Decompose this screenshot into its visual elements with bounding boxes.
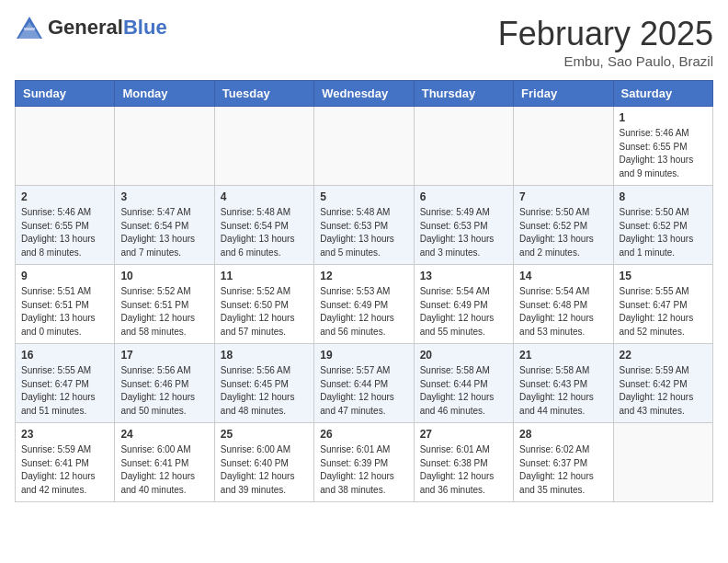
day-number: 22 (620, 349, 707, 362)
calendar-cell (214, 107, 313, 186)
day-number: 6 (420, 190, 507, 203)
day-header-sunday: Sunday (16, 81, 115, 107)
day-info: Sunrise: 5:52 AM Sunset: 6:50 PM Dayligh… (221, 285, 308, 339)
day-info: Sunrise: 5:58 AM Sunset: 6:43 PM Dayligh… (519, 364, 607, 418)
day-info: Sunrise: 5:52 AM Sunset: 6:51 PM Dayligh… (120, 285, 208, 339)
day-header-monday: Monday (115, 81, 214, 107)
day-info: Sunrise: 5:48 AM Sunset: 6:54 PM Dayligh… (221, 206, 308, 259)
day-info: Sunrise: 5:56 AM Sunset: 6:45 PM Dayligh… (221, 364, 308, 418)
day-number: 1 (620, 111, 707, 124)
calendar-cell: 18Sunrise: 5:56 AM Sunset: 6:45 PM Dayli… (214, 344, 313, 423)
calendar-cell: 24Sunrise: 6:00 AM Sunset: 6:41 PM Dayli… (115, 423, 214, 502)
day-number: 13 (420, 270, 507, 282)
day-number: 15 (620, 270, 707, 282)
calendar-cell (613, 423, 712, 502)
calendar-cell: 20Sunrise: 5:58 AM Sunset: 6:44 PM Dayli… (414, 344, 513, 423)
day-number: 26 (320, 428, 407, 441)
day-number: 16 (21, 349, 108, 362)
day-number: 4 (221, 190, 308, 203)
day-info: Sunrise: 6:00 AM Sunset: 6:41 PM Dayligh… (120, 443, 208, 497)
calendar-cell (16, 107, 115, 186)
logo-text: GeneralBlue (48, 16, 167, 40)
day-info: Sunrise: 5:54 AM Sunset: 6:48 PM Dayligh… (519, 285, 607, 339)
day-header-tuesday: Tuesday (214, 81, 313, 107)
week-row-2: 2Sunrise: 5:46 AM Sunset: 6:55 PM Daylig… (16, 186, 713, 265)
week-row-4: 16Sunrise: 5:55 AM Sunset: 6:47 PM Dayli… (16, 344, 713, 423)
day-header-friday: Friday (514, 81, 613, 107)
day-number: 23 (21, 428, 108, 441)
day-info: Sunrise: 5:56 AM Sunset: 6:46 PM Dayligh… (120, 364, 208, 418)
day-info: Sunrise: 5:59 AM Sunset: 6:41 PM Dayligh… (21, 443, 108, 497)
calendar-cell (115, 107, 214, 186)
calendar-cell: 15Sunrise: 5:55 AM Sunset: 6:47 PM Dayli… (613, 265, 712, 344)
calendar-cell: 28Sunrise: 6:02 AM Sunset: 6:37 PM Dayli… (514, 423, 613, 502)
day-number: 10 (120, 270, 208, 282)
day-number: 8 (620, 190, 707, 203)
calendar-cell: 7Sunrise: 5:50 AM Sunset: 6:52 PM Daylig… (514, 186, 613, 265)
calendar-cell: 13Sunrise: 5:54 AM Sunset: 6:49 PM Dayli… (414, 265, 513, 344)
day-number: 5 (320, 190, 407, 203)
calendar-cell: 3Sunrise: 5:47 AM Sunset: 6:54 PM Daylig… (115, 186, 214, 265)
calendar-cell: 8Sunrise: 5:50 AM Sunset: 6:52 PM Daylig… (613, 186, 712, 265)
day-info: Sunrise: 5:46 AM Sunset: 6:55 PM Dayligh… (21, 206, 108, 259)
day-info: Sunrise: 5:48 AM Sunset: 6:53 PM Dayligh… (320, 206, 407, 259)
calendar-cell: 2Sunrise: 5:46 AM Sunset: 6:55 PM Daylig… (16, 186, 115, 265)
day-info: Sunrise: 6:00 AM Sunset: 6:40 PM Dayligh… (221, 443, 308, 497)
day-number: 7 (519, 190, 607, 203)
day-header-saturday: Saturday (613, 81, 712, 107)
day-info: Sunrise: 5:55 AM Sunset: 6:47 PM Dayligh… (620, 285, 707, 339)
calendar-cell: 22Sunrise: 5:59 AM Sunset: 6:42 PM Dayli… (613, 344, 712, 423)
calendar-cell: 27Sunrise: 6:01 AM Sunset: 6:38 PM Dayli… (414, 423, 513, 502)
day-info: Sunrise: 5:50 AM Sunset: 6:52 PM Dayligh… (519, 206, 607, 259)
day-info: Sunrise: 5:51 AM Sunset: 6:51 PM Dayligh… (21, 285, 108, 339)
logo: GeneralBlue (15, 15, 167, 40)
calendar-cell: 25Sunrise: 6:00 AM Sunset: 6:40 PM Dayli… (214, 423, 313, 502)
day-info: Sunrise: 5:54 AM Sunset: 6:49 PM Dayligh… (420, 285, 507, 339)
month-title: February 2025 (498, 15, 713, 53)
day-number: 18 (221, 349, 308, 362)
calendar-cell: 23Sunrise: 5:59 AM Sunset: 6:41 PM Dayli… (16, 423, 115, 502)
week-row-1: 1Sunrise: 5:46 AM Sunset: 6:55 PM Daylig… (16, 107, 713, 186)
calendar-cell: 14Sunrise: 5:54 AM Sunset: 6:48 PM Dayli… (514, 265, 613, 344)
day-number: 27 (420, 428, 507, 441)
calendar-cell (514, 107, 613, 186)
calendar-cell (314, 107, 414, 186)
day-number: 3 (120, 190, 208, 203)
calendar-header-row: SundayMondayTuesdayWednesdayThursdayFrid… (16, 81, 713, 107)
calendar-cell: 19Sunrise: 5:57 AM Sunset: 6:44 PM Dayli… (314, 344, 414, 423)
page-header: GeneralBlue February 2025 Embu, Sao Paul… (15, 15, 713, 69)
day-info: Sunrise: 5:53 AM Sunset: 6:49 PM Dayligh… (320, 285, 407, 339)
day-number: 19 (320, 349, 407, 362)
calendar-cell: 4Sunrise: 5:48 AM Sunset: 6:54 PM Daylig… (214, 186, 313, 265)
day-info: Sunrise: 5:59 AM Sunset: 6:42 PM Dayligh… (620, 364, 707, 418)
location: Embu, Sao Paulo, Brazil (498, 53, 713, 69)
calendar-cell: 21Sunrise: 5:58 AM Sunset: 6:43 PM Dayli… (514, 344, 613, 423)
day-number: 14 (519, 270, 607, 282)
calendar-cell: 10Sunrise: 5:52 AM Sunset: 6:51 PM Dayli… (115, 265, 214, 344)
day-info: Sunrise: 6:01 AM Sunset: 6:38 PM Dayligh… (420, 443, 507, 497)
day-number: 21 (519, 349, 607, 362)
title-area: February 2025 Embu, Sao Paulo, Brazil (498, 15, 713, 69)
day-info: Sunrise: 5:47 AM Sunset: 6:54 PM Dayligh… (120, 206, 208, 259)
day-number: 25 (221, 428, 308, 441)
calendar-cell: 1Sunrise: 5:46 AM Sunset: 6:55 PM Daylig… (613, 107, 712, 186)
week-row-3: 9Sunrise: 5:51 AM Sunset: 6:51 PM Daylig… (16, 265, 713, 344)
calendar: SundayMondayTuesdayWednesdayThursdayFrid… (15, 80, 713, 502)
day-info: Sunrise: 5:46 AM Sunset: 6:55 PM Dayligh… (620, 127, 707, 180)
day-number: 17 (120, 349, 208, 362)
calendar-cell: 26Sunrise: 6:01 AM Sunset: 6:39 PM Dayli… (314, 423, 414, 502)
day-info: Sunrise: 5:55 AM Sunset: 6:47 PM Dayligh… (21, 364, 108, 418)
calendar-cell: 11Sunrise: 5:52 AM Sunset: 6:50 PM Dayli… (214, 265, 313, 344)
day-number: 12 (320, 270, 407, 282)
calendar-cell: 12Sunrise: 5:53 AM Sunset: 6:49 PM Dayli… (314, 265, 414, 344)
week-row-5: 23Sunrise: 5:59 AM Sunset: 6:41 PM Dayli… (16, 423, 713, 502)
calendar-cell: 16Sunrise: 5:55 AM Sunset: 6:47 PM Dayli… (16, 344, 115, 423)
day-number: 11 (221, 270, 308, 282)
day-info: Sunrise: 5:49 AM Sunset: 6:53 PM Dayligh… (420, 206, 507, 259)
day-info: Sunrise: 6:01 AM Sunset: 6:39 PM Dayligh… (320, 443, 407, 497)
calendar-cell: 5Sunrise: 5:48 AM Sunset: 6:53 PM Daylig… (314, 186, 414, 265)
calendar-cell: 9Sunrise: 5:51 AM Sunset: 6:51 PM Daylig… (16, 265, 115, 344)
day-number: 24 (120, 428, 208, 441)
day-header-thursday: Thursday (414, 81, 513, 107)
calendar-cell (414, 107, 513, 186)
